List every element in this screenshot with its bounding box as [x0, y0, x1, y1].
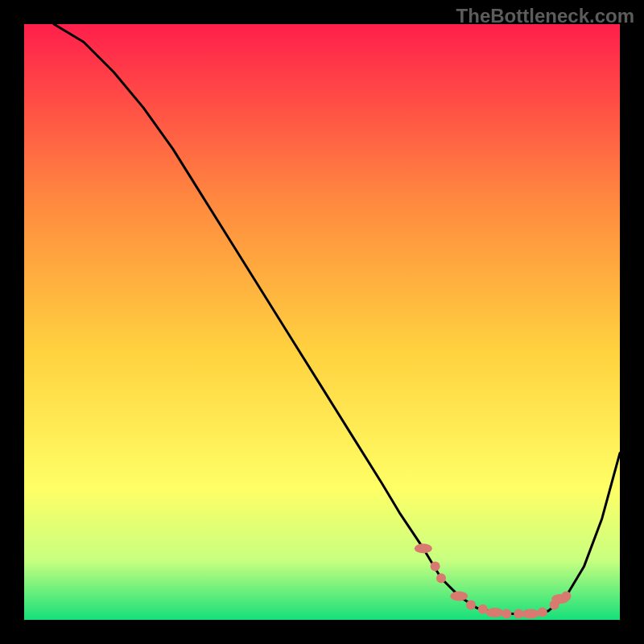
- marker-dot: [502, 609, 511, 619]
- marker-lozenge: [415, 543, 432, 553]
- chart-frame: TheBottleneck.com: [0, 0, 644, 644]
- marker-lozenge: [450, 591, 468, 601]
- marker-dot: [431, 561, 440, 571]
- plot-area: [24, 24, 620, 620]
- chart-svg: [24, 24, 620, 620]
- gradient-background: [24, 24, 620, 620]
- marker-lozenge: [522, 609, 539, 619]
- marker-dot: [436, 573, 446, 583]
- marker-dot: [538, 607, 547, 617]
- marker-dot: [466, 601, 476, 610]
- marker-dot: [561, 591, 571, 601]
- marker-lozenge: [486, 608, 504, 617]
